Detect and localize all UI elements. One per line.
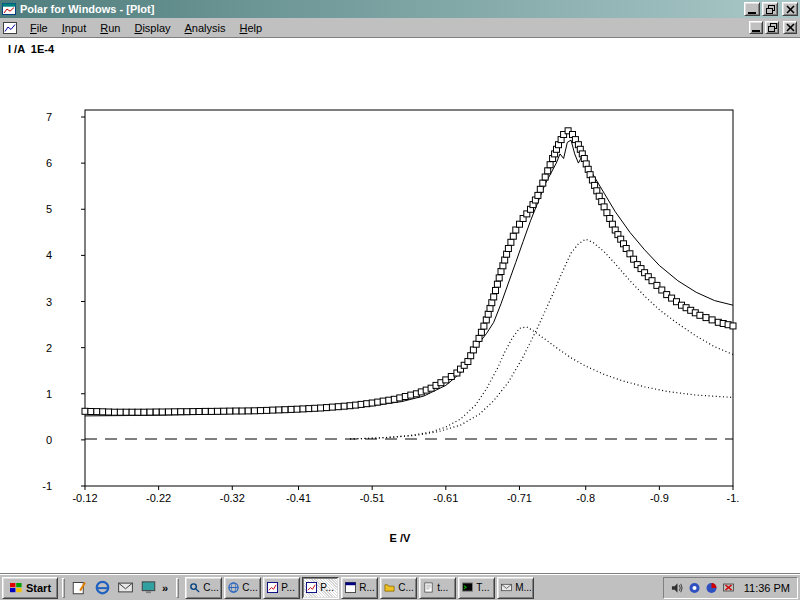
taskbar-task-1[interactable]: C... <box>185 577 222 599</box>
data-marker <box>288 406 294 412</box>
app-icon[interactable] <box>2 3 16 15</box>
data-marker <box>341 403 347 409</box>
network-error-icon[interactable] <box>722 582 735 594</box>
taskbar-task-2[interactable]: C... <box>224 577 261 599</box>
tray-icons <box>671 582 735 594</box>
mdi-minimize-button[interactable] <box>749 21 763 34</box>
minimize-icon <box>748 12 756 14</box>
y-tick-label: 7 <box>46 111 52 123</box>
task-label: R... <box>359 582 375 593</box>
minimize-button[interactable] <box>744 2 760 16</box>
data-marker <box>88 409 94 415</box>
y-tick-label: 1 <box>46 388 52 400</box>
data-marker <box>324 405 330 411</box>
taskbar-task-4[interactable]: P... <box>302 577 339 599</box>
restore-button[interactable] <box>762 2 778 16</box>
data-marker <box>510 233 516 239</box>
plot-window-icon[interactable] <box>3 22 23 34</box>
data-marker <box>468 353 474 359</box>
task-label: P... <box>281 582 295 593</box>
mail-icon <box>501 582 512 593</box>
chart-icon <box>306 582 317 593</box>
data-marker <box>159 409 165 415</box>
data-marker <box>547 162 553 168</box>
start-label: Start <box>26 582 51 594</box>
data-marker <box>196 409 202 415</box>
menu-file[interactable]: File <box>23 19 55 37</box>
search-icon <box>189 582 200 593</box>
data-marker <box>215 408 221 414</box>
data-marker <box>508 239 514 245</box>
data-marker <box>251 408 257 414</box>
mdi-close-button[interactable] <box>783 21 797 34</box>
data-marker <box>147 409 153 415</box>
menu-display[interactable]: Display <box>127 19 177 37</box>
quick-launch-overflow-chevron[interactable]: » <box>158 582 172 594</box>
data-marker <box>485 311 491 317</box>
toolbar-handle[interactable] <box>176 578 179 598</box>
data-marker <box>94 409 100 415</box>
data-marker <box>294 406 300 412</box>
tray-app-icon-1[interactable] <box>688 582 701 594</box>
data-marker <box>190 409 196 415</box>
x-tick-label: -0.32 <box>220 492 245 504</box>
taskbar-task-7[interactable]: t... <box>419 577 456 599</box>
globe-icon <box>228 582 239 593</box>
y-tick-label: 4 <box>46 249 52 261</box>
taskbar-task-5[interactable]: R... <box>341 577 378 599</box>
menu-input[interactable]: Input <box>55 19 93 37</box>
titlebar: Polar for Windows - [Plot] <box>0 0 800 18</box>
task-label: T... <box>476 582 489 593</box>
taskbar-clock[interactable]: 11:36 PM <box>740 582 790 594</box>
data-marker <box>153 409 159 415</box>
data-marker <box>141 409 147 415</box>
data-marker <box>172 409 178 415</box>
data-marker <box>227 408 233 414</box>
notepad-icon <box>423 582 434 593</box>
taskbar-task-8[interactable]: T... <box>458 577 495 599</box>
data-marker <box>491 294 497 300</box>
data-marker <box>233 408 239 414</box>
menu-analysis[interactable]: Analysis <box>178 19 233 37</box>
menu-run[interactable]: Run <box>93 19 127 37</box>
data-marker <box>135 409 141 415</box>
start-button[interactable]: Start <box>2 577 58 599</box>
y-tick-label: 2 <box>46 342 52 354</box>
restore-icon <box>766 5 775 14</box>
close-icon <box>786 5 795 14</box>
mail-icon[interactable] <box>115 578 135 598</box>
desktop-icon[interactable] <box>138 578 158 598</box>
tray-app-icon-2[interactable] <box>705 582 718 594</box>
menu-help[interactable]: Help <box>232 19 269 37</box>
terminal-icon <box>462 582 473 593</box>
data-marker <box>123 409 129 415</box>
x-tick-label: -0.71 <box>507 492 532 504</box>
volume-icon[interactable] <box>671 582 684 594</box>
close-button[interactable] <box>782 2 798 16</box>
data-marker <box>545 168 551 174</box>
toolbar-handle[interactable] <box>62 578 65 598</box>
folder-icon <box>384 582 395 593</box>
data-marker <box>498 269 504 275</box>
data-marker <box>178 409 184 415</box>
y-tick-label: 6 <box>46 157 52 169</box>
data-marker <box>100 409 106 415</box>
taskbar-task-9[interactable]: M... <box>497 577 534 599</box>
minimize-icon <box>752 30 760 32</box>
taskbar-task-6[interactable]: C... <box>380 577 417 599</box>
mdi-restore-button[interactable] <box>765 21 779 34</box>
x-tick-label: -1. <box>727 492 740 504</box>
data-marker <box>487 305 493 311</box>
internet-icon[interactable] <box>92 578 112 598</box>
x-axis-label: E /V <box>0 532 800 544</box>
taskbar: Start » C...C...P...P...R...C...t...T...… <box>0 574 800 600</box>
compose-icon[interactable] <box>69 578 89 598</box>
data-marker <box>535 192 541 198</box>
series-experimental-data <box>85 131 733 412</box>
data-marker <box>184 409 190 415</box>
task-label: C... <box>398 582 414 593</box>
chart-icon <box>267 582 278 593</box>
x-tick-label: -0.51 <box>360 492 385 504</box>
plot-frame <box>85 110 733 486</box>
taskbar-task-3[interactable]: P... <box>263 577 300 599</box>
